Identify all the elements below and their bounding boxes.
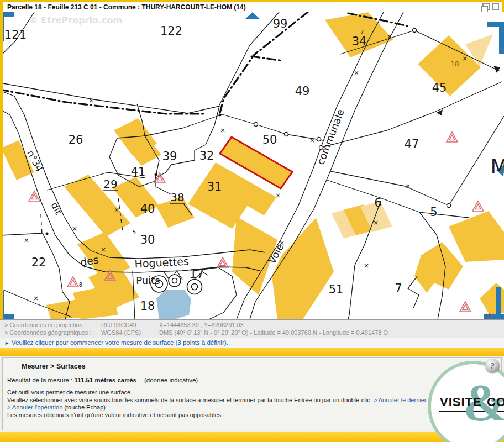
- map-label-29: 29: [103, 177, 117, 191]
- map-label-5: 5: [430, 206, 437, 219]
- projection-coordinates-row: > Coordonnées en projection :RGF93CC49X=…: [0, 321, 504, 329]
- cadastral-map[interactable]: ×× ×× ×× ×× ×× ×× ×× ×× © EtreProprio.co…: [0, 12, 504, 319]
- map-label-16: 16: [485, 312, 492, 318]
- north-arrow-icon: [245, 12, 260, 19]
- svg-text:×: ×: [354, 69, 359, 77]
- map-label-7: 7: [395, 282, 402, 295]
- measure-instruction-bar: ►Veuillez cliquer pour commencer votre m…: [0, 338, 504, 348]
- projection-system: RGF93CC49: [101, 321, 159, 329]
- map-label-6: 6: [374, 196, 381, 209]
- map-label-121: 121: [4, 28, 27, 41]
- help-line-1: Cet outil vous permet de mesurer une sur…: [7, 389, 501, 397]
- map-label-26: 26: [69, 133, 83, 146]
- geographic-label: > Coordonnées géographiques :: [0, 329, 101, 336]
- geographic-value: DMS (49° 0' 13" N - 0° 29' 29" O) - Lati…: [159, 329, 388, 336]
- window-frame-edge: [0, 12, 3, 319]
- projection-value: X=1444653.39 ; Y=8206291.03: [159, 322, 244, 328]
- map-label-communale: communale: [314, 107, 347, 166]
- bottom-yellow-bar: [0, 432, 504, 442]
- help-line-4: Les mesures obtenues n'ont qu'une valeur…: [7, 412, 501, 419]
- map-label-49: 49: [295, 85, 310, 98]
- help-line-3: > Annuler l'opération (touche Echap): [7, 404, 501, 412]
- arrow-icon: ►: [4, 340, 9, 346]
- map-label-puits: Puits: [136, 275, 160, 286]
- measure-result: Résultat de la mesure : 111.51 mètres ca…: [7, 377, 501, 383]
- help-line-2: Veuillez sélectionner avec votre souris …: [7, 397, 501, 404]
- map-label-39: 39: [162, 150, 177, 163]
- pond: [156, 290, 191, 319]
- svg-text:×: ×: [387, 33, 392, 40]
- map-label-51: 51: [329, 283, 344, 296]
- window-title: Parcelle 18 - Feuille 213 C 01 - Commune…: [7, 3, 246, 11]
- geographic-system: WGS84 (GPS): [101, 329, 159, 336]
- svg-text:×: ×: [114, 206, 119, 214]
- map-label-5: 5: [133, 229, 136, 235]
- svg-text:×: ×: [364, 262, 369, 270]
- svg-text:×: ×: [72, 225, 77, 233]
- svg-text:×: ×: [33, 294, 39, 302]
- map-label-17: 17: [190, 267, 204, 281]
- logo-word-co: CO: [487, 395, 504, 409]
- result-note: (donnée indicative): [144, 377, 198, 383]
- yellow-separator-bar: [0, 348, 504, 356]
- help-icon[interactable]: ?: [485, 359, 500, 373]
- logo-word-visite: VISITE: [440, 395, 482, 409]
- svg-text:×: ×: [275, 192, 281, 199]
- cancel-operation-link[interactable]: > Annuler l'opération: [7, 404, 62, 411]
- restore-window-button[interactable]: [482, 3, 490, 10]
- map-label-etrepropriocom: © EtreProprio.com: [29, 15, 123, 25]
- svg-text:×: ×: [309, 136, 315, 144]
- map-label-8: 8: [79, 282, 82, 288]
- map-label-32: 32: [200, 149, 214, 162]
- svg-text:×: ×: [373, 219, 379, 227]
- map-label-34: 34: [352, 35, 367, 48]
- coordinates-statusbar: > Coordonnées en projection :RGF93CC49X=…: [0, 319, 504, 338]
- map-label-hoguettes: Hoguettes: [134, 255, 189, 270]
- map-label-dit: dit: [49, 201, 64, 217]
- panel-breadcrumb: Mesurer > Surfaces: [22, 362, 501, 370]
- map-label-40: 40: [140, 202, 155, 215]
- svg-text:×: ×: [101, 246, 106, 254]
- map-label-38: 38: [170, 191, 184, 204]
- map-label-18: 18: [450, 60, 459, 68]
- result-value: 111.51 mètres carrés: [74, 377, 136, 383]
- svg-text:×: ×: [462, 55, 468, 62]
- svg-text:×: ×: [405, 182, 411, 190]
- result-label: Résultat de la mesure :: [7, 377, 74, 383]
- map-label-41: 41: [131, 165, 146, 178]
- svg-text:×: ×: [24, 236, 29, 244]
- map-label-45: 45: [432, 81, 447, 94]
- window-controls: [482, 3, 499, 10]
- projection-label: > Coordonnées en projection :: [0, 321, 101, 329]
- map-label-50: 50: [262, 133, 277, 146]
- geographic-coordinates-row: > Coordonnées géographiques :WGS84 (GPS)…: [0, 329, 504, 336]
- map-label-30: 30: [140, 233, 155, 246]
- svg-text:×: ×: [88, 97, 94, 104]
- map-label-99: 99: [273, 17, 288, 30]
- measure-panel: Mesurer > Surfaces Résultat de la mesure…: [0, 356, 504, 432]
- svg-text:×: ×: [220, 127, 225, 134]
- window-titlebar: Parcelle 18 - Feuille 213 C 01 - Commune…: [0, 0, 504, 12]
- map-label-122: 122: [160, 24, 182, 38]
- map-label-m: M: [490, 155, 504, 178]
- maximize-window-button[interactable]: [492, 3, 499, 10]
- map-label-47: 47: [405, 138, 419, 151]
- map-label-7: 7: [360, 29, 364, 36]
- map-label-31: 31: [207, 180, 222, 193]
- map-label-18: 18: [140, 299, 155, 313]
- map-label-22: 22: [32, 256, 46, 269]
- measure-panel-box: Mesurer > Surfaces Résultat de la mesure…: [2, 357, 502, 430]
- measure-instruction-text: Veuillez cliquer pour commencer votre me…: [12, 339, 228, 346]
